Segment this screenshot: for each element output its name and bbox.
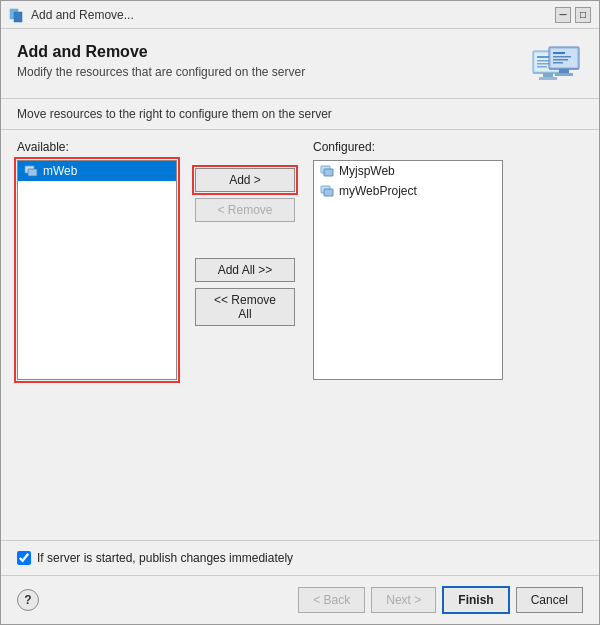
checkbox-row: If server is started, publish changes im… bbox=[1, 540, 599, 575]
cancel-button[interactable]: Cancel bbox=[516, 587, 583, 613]
footer-buttons: < Back Next > Finish Cancel bbox=[298, 586, 583, 614]
configured-label: Configured: bbox=[313, 140, 503, 154]
available-label: Available: bbox=[17, 140, 177, 154]
next-button[interactable]: Next > bbox=[371, 587, 436, 613]
back-button[interactable]: < Back bbox=[298, 587, 365, 613]
available-list[interactable]: mWeb bbox=[17, 160, 177, 380]
svg-rect-21 bbox=[28, 169, 37, 176]
available-section: Available: mWeb bbox=[17, 140, 177, 530]
svg-rect-18 bbox=[559, 69, 569, 73]
svg-rect-4 bbox=[537, 56, 549, 58]
web-project-icon bbox=[24, 164, 38, 178]
svg-rect-1 bbox=[14, 12, 22, 22]
configured-section: Configured: MyjspWeb myWebProject bbox=[313, 140, 503, 530]
web-project-icon bbox=[320, 164, 334, 178]
header-section: Add and Remove Modify the resources that… bbox=[1, 29, 599, 98]
web-project-icon bbox=[320, 184, 334, 198]
restore-button[interactable]: □ bbox=[575, 7, 591, 23]
remove-all-button[interactable]: << Remove All bbox=[195, 288, 295, 326]
window-title: Add and Remove... bbox=[31, 8, 134, 22]
add-button[interactable]: Add > bbox=[195, 168, 295, 192]
publish-checkbox[interactable] bbox=[17, 551, 31, 565]
title-controls: ─ □ bbox=[555, 7, 591, 23]
svg-rect-11 bbox=[553, 56, 571, 58]
svg-rect-16 bbox=[539, 77, 557, 80]
buttons-middle: Add > < Remove Add All >> << Remove All bbox=[185, 140, 305, 530]
list-item[interactable]: MyjspWeb bbox=[314, 161, 502, 181]
finish-button[interactable]: Finish bbox=[442, 586, 509, 614]
svg-rect-7 bbox=[537, 66, 547, 68]
title-bar-left: Add and Remove... bbox=[9, 7, 134, 23]
svg-rect-10 bbox=[553, 52, 565, 54]
minimize-button[interactable]: ─ bbox=[555, 7, 571, 23]
dialog-title: Add and Remove bbox=[17, 43, 305, 61]
help-button[interactable]: ? bbox=[17, 589, 39, 611]
svg-rect-25 bbox=[324, 189, 333, 196]
instruction-text: Move resources to the right to configure… bbox=[1, 99, 599, 130]
header-icon bbox=[531, 43, 583, 88]
title-bar: Add and Remove... ─ □ bbox=[1, 1, 599, 29]
checkbox-label: If server is started, publish changes im… bbox=[37, 551, 293, 565]
svg-rect-15 bbox=[543, 73, 553, 77]
header-text: Add and Remove Modify the resources that… bbox=[17, 43, 305, 79]
help-button-wrapper: ? bbox=[17, 589, 39, 611]
add-all-button[interactable]: Add All >> bbox=[195, 258, 295, 282]
configured-list[interactable]: MyjspWeb myWebProject bbox=[313, 160, 503, 380]
available-item-name: mWeb bbox=[43, 164, 77, 178]
svg-rect-13 bbox=[553, 62, 563, 64]
list-item[interactable]: mWeb bbox=[18, 161, 176, 181]
svg-rect-19 bbox=[555, 73, 573, 76]
configured-item-name-0: MyjspWeb bbox=[339, 164, 395, 178]
svg-rect-23 bbox=[324, 169, 333, 176]
remove-button[interactable]: < Remove bbox=[195, 198, 295, 222]
list-item[interactable]: myWebProject bbox=[314, 181, 502, 201]
main-content: Available: mWeb Add > < Remove Add All >… bbox=[1, 130, 599, 540]
dialog-subtitle: Modify the resources that are configured… bbox=[17, 65, 305, 79]
svg-rect-12 bbox=[553, 59, 568, 61]
configured-item-name-1: myWebProject bbox=[339, 184, 417, 198]
footer: ? < Back Next > Finish Cancel bbox=[1, 576, 599, 624]
svg-rect-9 bbox=[551, 49, 577, 67]
window-icon bbox=[9, 7, 25, 23]
dialog-window: Add and Remove... ─ □ Add and Remove Mod… bbox=[0, 0, 600, 625]
